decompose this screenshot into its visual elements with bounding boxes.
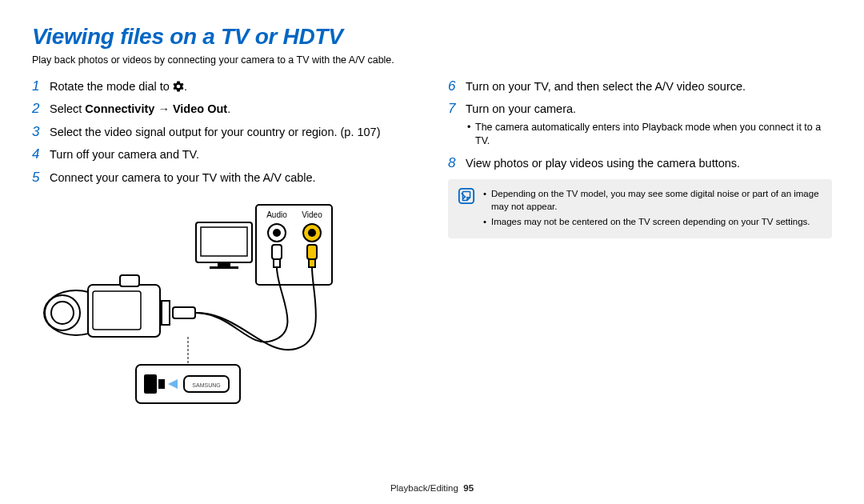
svg-point-4 [308, 229, 316, 237]
svg-point-15 [51, 302, 74, 324]
step-7-subbullets: The camera automatically enters into Pla… [466, 121, 832, 149]
step-7-text: Turn on your camera. [466, 102, 576, 115]
step-number: 2 [32, 101, 50, 117]
step-7: 7 Turn on your camera. The camera automa… [448, 101, 832, 148]
step-2-bold2: Video Out [173, 102, 227, 115]
footer-page-number: 95 [463, 483, 474, 493]
note-1: Depending on the TV model, you may see s… [483, 187, 822, 213]
svg-rect-8 [309, 259, 315, 267]
svg-rect-12 [210, 266, 238, 269]
step-text-post: . [184, 80, 187, 93]
page-footer: Playback/Editing 95 [0, 483, 864, 493]
svg-rect-28 [459, 189, 474, 203]
svg-rect-20 [173, 307, 195, 318]
step-number: 5 [32, 170, 50, 186]
svg-rect-22 [144, 374, 157, 394]
right-steps: 6 Turn on your TV, and then select the A… [448, 78, 832, 171]
svg-rect-5 [272, 245, 282, 259]
step-5: 5 Connect your camera to your TV with th… [32, 170, 416, 186]
svg-rect-11 [218, 262, 230, 266]
svg-rect-17 [120, 275, 139, 286]
page-subtitle: Play back photos or videos by connecting… [32, 54, 832, 66]
left-steps: 1 Rotate the mode dial to . 2 Select Con… [32, 78, 416, 186]
left-column: 1 Rotate the mode dial to . 2 Select Con… [32, 78, 416, 424]
step-text: Turn on your TV, and then select the A/V… [466, 78, 832, 94]
step-text-pre: Rotate the mode dial to [50, 80, 173, 93]
svg-rect-6 [274, 259, 280, 267]
note-2: Images may not be centered on the TV scr… [483, 215, 822, 228]
svg-point-2 [273, 229, 281, 237]
note-box: Depending on the TV model, you may see s… [448, 179, 832, 238]
svg-rect-23 [158, 379, 165, 389]
step-8: 8 View photos or play videos using the c… [448, 155, 832, 171]
step-6: 6 Turn on your TV, and then select the A… [448, 78, 832, 94]
gear-icon [173, 80, 184, 91]
page-title: Viewing files on a TV or HDTV [32, 24, 832, 50]
svg-rect-19 [162, 301, 170, 325]
svg-rect-10 [201, 227, 247, 256]
step-3: 3 Select the video signal output for you… [32, 124, 416, 140]
content-columns: 1 Rotate the mode dial to . 2 Select Con… [32, 78, 832, 424]
step-number: 6 [448, 78, 466, 94]
step-text: View photos or play videos using the cam… [466, 155, 832, 171]
step-7-sub-1: The camera automatically enters into Pla… [466, 121, 832, 149]
step-number: 4 [32, 146, 50, 162]
right-column: 6 Turn on your TV, and then select the A… [448, 78, 832, 424]
step-text: Turn on your camera. The camera automati… [466, 101, 832, 148]
svg-text:SAMSUNG: SAMSUNG [192, 382, 220, 388]
footer-section: Playback/Editing [390, 483, 458, 493]
step-4: 4 Turn off your camera and TV. [32, 146, 416, 162]
step-2: 2 Select Connectivity → Video Out. [32, 101, 416, 117]
step-number: 8 [448, 155, 466, 171]
step-1: 1 Rotate the mode dial to . [32, 78, 416, 94]
step-number: 1 [32, 78, 50, 94]
step-text: Turn off your camera and TV. [50, 146, 416, 162]
svg-rect-7 [307, 245, 317, 259]
step-text: Select the video signal output for your … [50, 124, 416, 140]
svg-rect-18 [93, 291, 141, 330]
step-text: Rotate the mode dial to . [50, 78, 416, 94]
connection-diagram: Audio Video [32, 197, 336, 421]
note-bullets: Depending on the TV model, you may see s… [483, 187, 822, 230]
step-number: 7 [448, 101, 466, 117]
diagram-video-label: Video [302, 210, 322, 219]
step-text: Select Connectivity → Video Out. [50, 101, 416, 117]
diagram-audio-label: Audio [266, 210, 287, 219]
step-2-mid: → [154, 102, 173, 115]
step-2-post: . [227, 102, 230, 115]
step-2-bold1: Connectivity [85, 102, 154, 115]
step-number: 3 [32, 124, 50, 140]
step-2-pre: Select [50, 102, 85, 115]
step-text: Connect your camera to your TV with the … [50, 170, 416, 186]
note-icon [458, 187, 475, 205]
